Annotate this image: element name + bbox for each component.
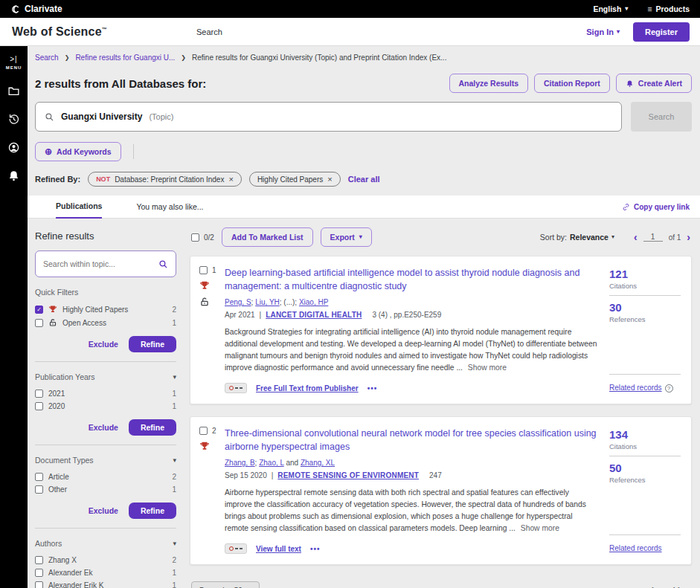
search-within-topic-box[interactable] (35, 251, 176, 277)
copy-query-link[interactable]: Copy query link (622, 203, 690, 211)
refine-button[interactable]: Refine (129, 503, 176, 519)
register-button[interactable]: Register (633, 22, 690, 42)
chevron-down-icon[interactable]: ▾ (173, 456, 176, 464)
show-more-link[interactable]: Show more (521, 524, 559, 532)
select-all-group: 0/2 (191, 233, 214, 242)
citations-count[interactable]: 121 (609, 268, 681, 280)
citations-count[interactable]: 134 (609, 428, 681, 441)
filter-year-2020[interactable]: 2020 1 (35, 400, 176, 413)
references-count[interactable]: 50 (609, 462, 681, 474)
author-link[interactable]: Liu, YH (255, 298, 280, 306)
checkbox[interactable] (35, 556, 43, 564)
add-keywords-button[interactable]: ⊕ Add Keywords (35, 142, 121, 161)
chevron-down-icon[interactable]: ▾ (173, 540, 176, 547)
result-checkbox[interactable] (199, 427, 208, 435)
next-page-icon[interactable]: › (687, 586, 690, 588)
folder-icon[interactable] (7, 85, 20, 97)
checkbox[interactable] (35, 473, 43, 481)
author-link[interactable]: Zhang, B (225, 459, 255, 467)
exclude-link[interactable]: Exclude (89, 423, 118, 432)
next-page-icon[interactable]: › (687, 232, 690, 242)
close-icon[interactable]: × (228, 175, 233, 184)
journal-link[interactable]: LANCET DIGITAL HEALTH (266, 311, 362, 319)
chevron-down-icon[interactable]: ▾ (173, 373, 176, 381)
create-alert-button[interactable]: Create Alert (616, 74, 692, 93)
refine-button[interactable]: Refine (129, 336, 176, 352)
author-link[interactable]: Peng, S (225, 298, 251, 306)
prev-page-icon[interactable]: ‹ (634, 586, 638, 588)
filter-author[interactable]: Zhang X 2 (35, 554, 176, 566)
author-link[interactable]: Xiao, HP (299, 298, 328, 306)
search-button[interactable]: Search (631, 102, 692, 132)
exclude-link[interactable]: Exclude (89, 340, 118, 349)
clarivate-logo[interactable]: Clarivate (10, 4, 62, 14)
full-text-link[interactable]: View full text (256, 545, 301, 553)
analyze-results-button[interactable]: Analyze Results (449, 74, 529, 93)
products-menu[interactable]: ≡ Products (647, 4, 690, 13)
result-checkbox[interactable] (199, 266, 208, 274)
account-icon[interactable] (7, 141, 20, 154)
checkbox[interactable] (35, 319, 43, 327)
tab-publications[interactable]: Publications (56, 196, 102, 219)
more-options-icon[interactable]: ••• (310, 545, 321, 553)
web-of-science-logo[interactable]: Web of Science™ (12, 25, 107, 39)
collapse-menu-button[interactable]: >| MENU (6, 55, 22, 70)
filter-open-access[interactable]: Open Access 1 (35, 316, 176, 329)
filter-year-2021[interactable]: 2021 1 (35, 387, 176, 400)
search-icon[interactable] (158, 259, 168, 269)
add-to-marked-list-button[interactable]: Add To Marked List (222, 227, 313, 247)
clear-all-link[interactable]: Clear all (348, 175, 380, 184)
author-link[interactable]: Zhang, XL (301, 459, 335, 467)
sign-in-menu[interactable]: Sign In ▾ (586, 28, 620, 36)
author-link[interactable]: Zhao, L (259, 459, 284, 467)
filter-chip-preprint[interactable]: NOT Database: Preprint Citation Index × (88, 172, 242, 187)
checkbox-checked[interactable]: ✓ (35, 306, 43, 314)
tab-you-may-also-like[interactable]: You may also like... (136, 196, 203, 219)
journal-link[interactable]: REMOTE SENSING OF ENVIRONMENT (277, 471, 419, 479)
result-abstract: Background Strategies for integrating ar… (225, 326, 597, 374)
filter-doc-article[interactable]: Article 2 (35, 471, 176, 483)
history-icon[interactable] (7, 113, 20, 126)
export-button[interactable]: Export ▾ (321, 227, 372, 247)
checkbox[interactable] (35, 581, 43, 588)
alerts-bell-icon[interactable] (7, 169, 20, 182)
close-icon[interactable]: × (327, 175, 332, 184)
prev-page-icon[interactable]: ‹ (634, 232, 638, 242)
full-text-link[interactable]: Free Full Text from Publisher (256, 384, 359, 392)
nav-item-search[interactable]: Search (196, 28, 222, 36)
help-question-icon[interactable]: ? (665, 384, 673, 392)
page-size-dropdown[interactable]: Page size 50 ▾ (191, 581, 260, 588)
filter-doc-other[interactable]: Other 1 (35, 483, 176, 496)
search-within-topic-input[interactable] (43, 259, 152, 268)
filter-author[interactable]: Alexander Erik K 1 (35, 579, 176, 588)
references-count[interactable]: 30 (609, 301, 681, 314)
breadcrumb-search[interactable]: Search (35, 54, 59, 62)
checkbox[interactable] (35, 390, 43, 398)
filter-chip-highly-cited[interactable]: Highly Cited Papers × (249, 172, 341, 187)
result-metrics: 121 Citations 30 References Related reco… (609, 266, 681, 393)
plus-circle-icon: ⊕ (45, 146, 52, 157)
checkbox[interactable] (35, 485, 43, 494)
filter-author[interactable]: Alexander Ek 1 (35, 566, 176, 579)
related-records-link[interactable]: Related records (609, 544, 662, 552)
result-title-link[interactable]: Three-dimensional convolutional neural n… (225, 427, 597, 453)
highly-cited-trophy-icon (199, 441, 210, 451)
page-number-input[interactable] (643, 233, 663, 242)
sort-by-dropdown[interactable]: Sort by: Relevance ▾ (540, 233, 614, 242)
show-more-link[interactable]: Show more (468, 364, 507, 372)
breadcrumb-refine-short[interactable]: Refine results for Guangxi U... (75, 54, 175, 62)
exclude-link[interactable]: Exclude (89, 506, 118, 515)
citation-report-button[interactable]: Citation Report (534, 74, 610, 93)
result-title-link[interactable]: Deep learning-based artificial intellige… (225, 266, 597, 293)
filter-highly-cited[interactable]: ✓ Highly Cited Papers 2 (35, 303, 176, 316)
refined-by-label: Refined By: (35, 175, 80, 184)
language-selector[interactable]: English ▾ (593, 4, 628, 13)
checkbox[interactable] (35, 402, 43, 410)
more-options-icon[interactable]: ••• (367, 384, 378, 392)
refine-button[interactable]: Refine (129, 419, 176, 436)
checkbox[interactable] (35, 569, 43, 577)
related-records-link[interactable]: Related records (609, 384, 662, 392)
query-search-box[interactable]: Guangxi University (Topic) (35, 102, 622, 132)
result-metrics: 134 Citations 50 References Related reco… (609, 427, 681, 554)
select-all-checkbox[interactable] (191, 233, 199, 242)
